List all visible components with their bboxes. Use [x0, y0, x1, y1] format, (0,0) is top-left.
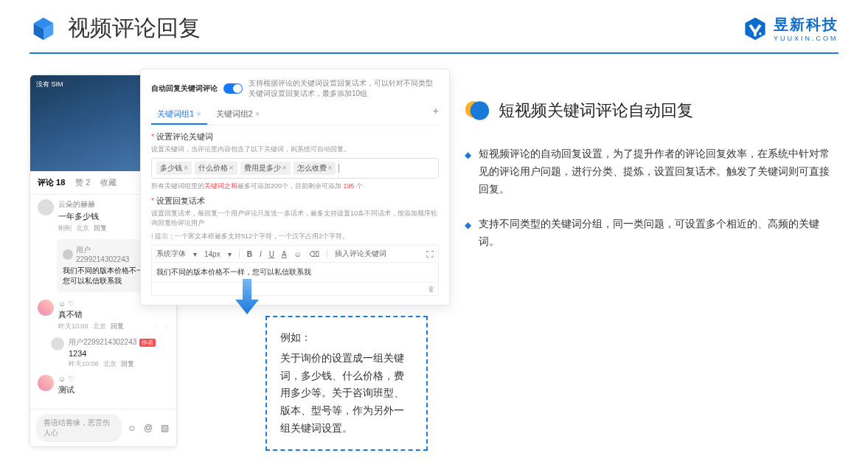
keyword-tag[interactable]: 多少钱× [156, 162, 192, 175]
svg-point-2 [471, 101, 490, 120]
field-label: 设置回复话术 [151, 196, 439, 207]
heart-icon[interactable]: ♡ [153, 323, 159, 331]
chat-bubble-icon [465, 98, 490, 123]
brand-logo: 昱新科技 YUUXIN.COM [743, 15, 839, 42]
editor-toolbar: 系统字体▾ 14px▾ B I U A ☺ ⌫ 插入评论关键词 ⛶ [151, 245, 439, 262]
status-sim: 没有 SIM [36, 80, 63, 89]
keyword-tag[interactable]: 怎么收费× [294, 162, 336, 175]
cube-icon [29, 15, 58, 43]
clear-button[interactable]: ⌫ [309, 250, 319, 258]
comment-input[interactable]: 善语结善缘，恶言伤人心 [36, 414, 122, 442]
toggle-label: 自动回复关键词评论 [151, 83, 218, 94]
keyword-group-tab[interactable]: 关键词组2× [210, 105, 266, 125]
avatar [38, 199, 54, 215]
bold-button[interactable]: B [247, 250, 252, 258]
emoji-button[interactable]: ☺ [294, 250, 302, 258]
tab-fav[interactable]: 收藏 [100, 177, 117, 188]
avatar [38, 300, 54, 316]
diamond-icon: ◆ [465, 215, 471, 251]
size-select[interactable]: 14px [204, 250, 221, 258]
italic-button[interactable]: I [260, 250, 262, 258]
bullet-item: ◆ 短视频评论的自动回复设置，为了提升作者的评论回复效率，在系统中针对常见的评论… [465, 145, 839, 198]
example-box: 例如： 关于询价的设置成一组关键词，多少钱、什么价格，费用多少等。关于咨询班型、… [265, 316, 428, 451]
field-label: 设置评论关键词 [151, 131, 439, 142]
comment-item: ☺ ♡ 测试 [38, 375, 169, 397]
field-desc: 设置关键词，当评论里内容包含了以下关键词，则系统可自动回复。 [151, 145, 439, 154]
mention-icon[interactable]: @ [142, 422, 154, 434]
comment-item: 用户2299214302243 作者 1234 昨天10:08 北京 回复 [51, 337, 169, 369]
underline-button[interactable]: U [269, 250, 274, 258]
comment-input-bar: 善语结善缘，恶言伤人心 ☺ @ ▧ [30, 409, 176, 446]
svg-point-0 [759, 32, 761, 35]
add-tab-button[interactable]: + [433, 105, 439, 125]
bullet-text: 支持不同类型的关键词分组，同一类问题，可设置多个相近的、高频的关键词。 [479, 215, 839, 251]
right-column: 短视频关键词评论自动回复 ◆ 短视频评论的自动回复设置，为了提升作者的评论回复效… [465, 69, 839, 430]
keyword-hint: 所有关键词组里的关键词之和最多可添加200个，目前剩余可添加 195 个 [151, 182, 439, 191]
bullet-text: 短视频评论的自动回复设置，为了提升作者的评论回复效率，在系统中针对常见的评论用户… [479, 145, 839, 198]
avatar-small [63, 249, 73, 260]
tab-comments[interactable]: 评论 18 [38, 177, 65, 188]
reply-button[interactable]: 回复 [111, 322, 124, 331]
toggle-desc: 支持根据评论的关键词设置回复话术，可以针对不同类型关键词设置回复话术，最多添加1… [249, 78, 439, 99]
avatar [51, 337, 64, 350]
editor-textarea[interactable]: 我们不同的版本价格不一样，您可以私信联系我 [151, 262, 439, 283]
logo-subtext: YUUXIN.COM [774, 35, 839, 42]
font-select[interactable]: 系统字体 [156, 249, 186, 259]
section-title: 短视频关键词评论自动回复 [499, 100, 693, 122]
expand-button[interactable]: ⛶ [426, 250, 434, 258]
insert-keyword-button[interactable]: 插入评论关键词 [335, 249, 386, 259]
settings-panel: 自动回复关键词评论 支持根据评论的关键词设置回复话术，可以针对不同类型关键词设置… [140, 69, 450, 305]
comment-text: 真不错 [58, 309, 169, 320]
keyword-input[interactable]: 多少钱× 什么价格× 费用是多少× 怎么收费× [151, 158, 439, 179]
toggle-switch[interactable] [223, 83, 243, 94]
field-tip: ! 提示：一个富文本框最多支持512个字符，一个汉字占用2个字符。 [151, 232, 439, 241]
diamond-icon: ◆ [465, 145, 471, 198]
left-illustration: 没有 SIM 5:11 评论 18 赞 2 收藏 云朵的赫赫 一年多少钱 刚刚 [29, 69, 442, 430]
dislike-icon[interactable]: ♡ [163, 323, 169, 331]
delete-button[interactable]: 🗑 [428, 285, 435, 293]
author-tag: 作者 [139, 339, 156, 347]
example-body: 关于询价的设置成一组关键词，多少钱、什么价格，费用多少等。关于咨询班型、版本、型… [280, 350, 413, 438]
tab-likes[interactable]: 赞 2 [75, 177, 90, 188]
keyword-group-tab[interactable]: 关键词组1× [151, 105, 207, 125]
field-desc: 设置回复话术，每回复一个用户评论只发送一条话术，最多支持设置10条不同话术，按添… [151, 209, 439, 228]
keyword-tag[interactable]: 什么价格× [195, 162, 237, 175]
color-button[interactable]: A [282, 250, 287, 258]
bullet-item: ◆ 支持不同类型的关键词分组，同一类问题，可设置多个相近的、高频的关键词。 [465, 215, 839, 251]
reply-button[interactable]: 回复 [121, 359, 134, 369]
logo-icon [743, 16, 768, 41]
image-icon[interactable]: ▧ [159, 422, 170, 434]
example-title: 例如： [280, 329, 413, 347]
divider [29, 52, 839, 54]
avatar [38, 375, 54, 391]
reply-button[interactable]: 回复 [94, 224, 107, 233]
keyword-tag[interactable]: 费用是多少× [240, 162, 291, 175]
page-title: 视频评论回复 [68, 13, 201, 44]
emoji-icon[interactable]: ☺ [126, 422, 138, 434]
page-header: 视频评论回复 昱新科技 YUUXIN.COM [0, 0, 868, 52]
arrow-down-icon [232, 279, 262, 316]
logo-text: 昱新科技 [774, 15, 839, 35]
